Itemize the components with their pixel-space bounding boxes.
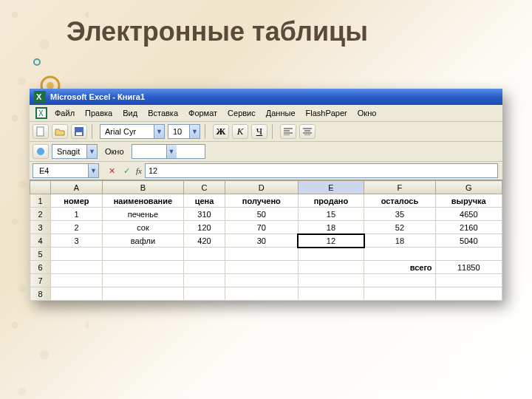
col-header-E[interactable]: E	[298, 181, 364, 194]
row-header[interactable]: 6	[30, 261, 51, 274]
cell[interactable]	[435, 248, 502, 261]
bold-button[interactable]: Ж	[213, 124, 229, 139]
formula-input[interactable]: 12	[145, 163, 498, 178]
new-button[interactable]	[33, 124, 49, 139]
cell[interactable]	[51, 261, 103, 274]
cell[interactable]: номер	[51, 194, 103, 208]
snagit-button[interactable]	[33, 144, 49, 159]
cell[interactable]	[225, 261, 299, 274]
cell[interactable]: выручка	[435, 194, 502, 208]
name-box[interactable]: E4 ▼	[33, 163, 99, 178]
cell[interactable]	[51, 274, 103, 287]
row-header[interactable]: 3	[30, 221, 51, 234]
cell[interactable]	[435, 274, 502, 287]
chevron-down-icon[interactable]: ▼	[166, 145, 177, 158]
cell[interactable]	[102, 261, 183, 274]
cell[interactable]: 2	[51, 221, 103, 234]
col-header-G[interactable]: G	[435, 181, 502, 194]
cell[interactable]	[225, 287, 299, 301]
cell[interactable]: 3	[51, 234, 103, 248]
cell[interactable]: 18	[364, 234, 435, 248]
cell[interactable]: 70	[225, 221, 299, 234]
col-header-B[interactable]: B	[102, 181, 183, 194]
cell[interactable]	[298, 248, 364, 261]
cancel-formula-icon[interactable]: ✕	[105, 164, 118, 177]
cell[interactable]	[102, 248, 183, 261]
snagit-window-label[interactable]: Окно	[105, 147, 124, 156]
cell[interactable]: 1	[51, 208, 103, 221]
cell[interactable]	[183, 274, 225, 287]
cell[interactable]: печенье	[102, 208, 183, 221]
cell[interactable]: цена	[183, 194, 225, 208]
cell[interactable]: 30	[225, 234, 299, 248]
align-center-button[interactable]	[299, 124, 316, 139]
row-header[interactable]: 4	[30, 234, 51, 248]
font-name-box[interactable]: Arial Cyr ▼	[100, 124, 165, 139]
menu-insert[interactable]: Вставка	[148, 109, 178, 117]
cell[interactable]	[102, 287, 183, 301]
cell[interactable]: продано	[298, 194, 364, 208]
snagit-select[interactable]: Snagit ▼	[52, 144, 98, 159]
cell[interactable]	[102, 274, 183, 287]
cell[interactable]: 310	[183, 208, 225, 221]
cell[interactable]	[51, 248, 103, 261]
cell[interactable]: 120	[183, 221, 225, 234]
cell[interactable]: 50	[225, 208, 299, 221]
cell[interactable]	[435, 287, 502, 301]
cell[interactable]: осталось	[364, 194, 435, 208]
select-all-corner[interactable]	[30, 181, 51, 194]
spreadsheet-grid[interactable]: A B C D E F G 1 номер наименование цена …	[30, 180, 502, 301]
italic-button[interactable]: К	[232, 124, 248, 139]
font-size-box[interactable]: 10 ▼	[168, 124, 200, 139]
underline-button[interactable]: Ч	[251, 124, 267, 139]
col-header-F[interactable]: F	[364, 181, 435, 194]
cell[interactable]	[364, 274, 435, 287]
cell[interactable]: 35	[364, 208, 435, 221]
cell[interactable]: 15	[298, 208, 364, 221]
cell-total-label[interactable]: всего	[364, 261, 435, 274]
cell[interactable]	[183, 248, 225, 261]
accept-formula-icon[interactable]: ✓	[120, 164, 133, 177]
col-header-C[interactable]: C	[183, 181, 225, 194]
row-header[interactable]: 7	[30, 274, 51, 287]
cell[interactable]	[183, 287, 225, 301]
cell[interactable]	[225, 274, 299, 287]
menu-window[interactable]: Окно	[358, 109, 377, 117]
cell[interactable]: 52	[364, 221, 435, 234]
menu-flashpaper[interactable]: FlashPaper	[306, 109, 347, 117]
cell-total-value[interactable]: 11850	[435, 261, 502, 274]
cell[interactable]	[364, 248, 435, 261]
cell[interactable]	[364, 287, 435, 301]
cell[interactable]: 2160	[435, 221, 502, 234]
cell[interactable]: наименование	[102, 194, 183, 208]
cell[interactable]	[225, 248, 299, 261]
menu-view[interactable]: Вид	[123, 109, 137, 117]
align-left-button[interactable]	[280, 124, 296, 139]
snagit-window-select[interactable]: ▼	[132, 144, 205, 159]
menu-format[interactable]: Формат	[188, 109, 217, 117]
row-header[interactable]: 2	[30, 208, 51, 221]
cell[interactable]	[51, 287, 103, 301]
menu-file[interactable]: Файл	[55, 109, 75, 117]
cell[interactable]: 4650	[435, 208, 502, 221]
cell[interactable]: 5040	[435, 234, 502, 248]
save-button[interactable]	[71, 124, 87, 139]
col-header-A[interactable]: A	[51, 181, 103, 194]
open-button[interactable]	[52, 124, 68, 139]
cell[interactable]	[298, 274, 364, 287]
row-header[interactable]: 8	[30, 287, 51, 301]
chevron-down-icon[interactable]: ▼	[189, 125, 200, 138]
chevron-down-icon[interactable]: ▼	[154, 125, 164, 138]
chevron-down-icon[interactable]: ▼	[88, 164, 98, 177]
col-header-D[interactable]: D	[225, 181, 299, 194]
cell[interactable]: получено	[225, 194, 299, 208]
chevron-down-icon[interactable]: ▼	[86, 145, 97, 158]
row-header[interactable]: 1	[30, 194, 51, 208]
cell-selected[interactable]: 12	[298, 234, 364, 248]
row-header[interactable]: 5	[30, 248, 51, 261]
cell[interactable]	[183, 261, 225, 274]
cell[interactable]: 420	[183, 234, 225, 248]
menu-service[interactable]: Сервис	[228, 109, 256, 117]
menu-data[interactable]: Данные	[266, 109, 296, 117]
cell[interactable]	[298, 287, 364, 301]
